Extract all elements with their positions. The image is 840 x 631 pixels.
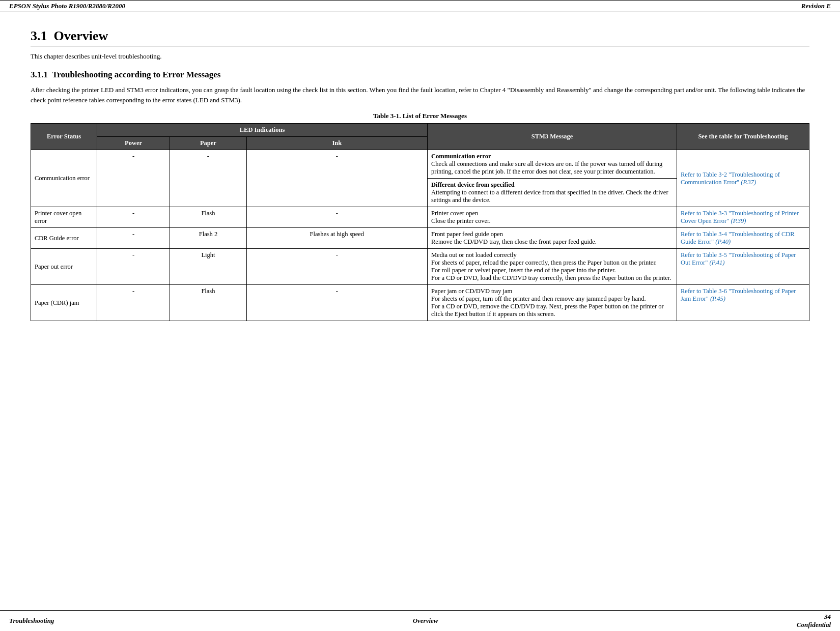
led-ink-cell: Flashes at high speed xyxy=(246,228,427,249)
header-left: EPSON Stylus Photo R1900/R2880/R2000 xyxy=(9,2,125,10)
footer-left: Troubleshooting xyxy=(9,617,54,625)
error-status-cell: CDR Guide error xyxy=(31,228,97,249)
troubleshoot-link[interactable]: Refer to Table 3-5 "Troubleshooting of P… xyxy=(681,251,796,266)
footer-center: Overview xyxy=(413,617,438,625)
troubleshoot-link[interactable]: Refer to Table 3-6 "Troubleshooting of P… xyxy=(681,288,796,302)
footer-page: 34 xyxy=(824,613,831,620)
troubleshoot-cell: Refer to Table 3-6 "Troubleshooting of P… xyxy=(677,285,809,321)
troubleshoot-link[interactable]: Refer to Table 3-2 "Troubleshooting of C… xyxy=(681,171,780,186)
led-paper-cell: Light xyxy=(170,249,246,285)
th-led-indications: LED Indications xyxy=(97,124,428,137)
th-power: Power xyxy=(97,137,170,150)
error-table: Error Status LED Indications STM3 Messag… xyxy=(31,123,809,321)
error-status-cell: Communication error xyxy=(31,150,97,207)
stm3-cell: Paper jam or CD/DVD tray jam For sheets … xyxy=(428,285,677,321)
troubleshoot-cell: Refer to Table 3-4 "Troubleshooting of C… xyxy=(677,228,809,249)
stm3-cell: Communication error Check all connection… xyxy=(428,150,677,179)
table-row: Printer cover open error - Flash - Print… xyxy=(31,207,809,228)
th-paper: Paper xyxy=(170,137,246,150)
led-paper-cell: Flash xyxy=(170,207,246,228)
led-ink-cell: - xyxy=(246,207,427,228)
stm3-cell: Media out or not loaded correctly For sh… xyxy=(428,249,677,285)
led-paper-cell: Flash xyxy=(170,285,246,321)
troubleshoot-link[interactable]: Refer to Table 3-4 "Troubleshooting of C… xyxy=(681,231,795,245)
footer-confidential: Confidential xyxy=(797,621,831,629)
section-desc: This chapter describes unit-level troubl… xyxy=(31,52,809,61)
led-paper-cell: Flash 2 xyxy=(170,228,246,249)
table-row: CDR Guide error - Flash 2 Flashes at hig… xyxy=(31,228,809,249)
stm3-cell: Front paper feed guide open Remove the C… xyxy=(428,228,677,249)
error-status-cell: Paper (CDR) jam xyxy=(31,285,97,321)
troubleshoot-cell: Refer to Table 3-3 "Troubleshooting of P… xyxy=(677,207,809,228)
led-power-cell: - xyxy=(97,207,170,228)
subsection-title: 3.1.1 Troubleshooting according to Error… xyxy=(31,70,809,80)
header-right: Revision E xyxy=(801,2,831,10)
section-title: 3.1 Overview xyxy=(31,28,809,44)
th-ink: Ink xyxy=(246,137,427,150)
footer-right: 34 Confidential xyxy=(797,613,831,629)
led-paper-cell: - xyxy=(170,150,246,207)
th-see-table: See the table for Troubleshooting xyxy=(677,124,809,150)
table-row: Communication error - - - Communication … xyxy=(31,150,809,179)
stm3-cell: Printer cover open Close the printer cov… xyxy=(428,207,677,228)
table-row: Paper (CDR) jam - Flash - Paper jam or C… xyxy=(31,285,809,321)
stm3-cell: Different device from specified Attempti… xyxy=(428,179,677,207)
table-row: Paper out error - Light - Media out or n… xyxy=(31,249,809,285)
error-status-cell: Paper out error xyxy=(31,249,97,285)
led-power-cell: - xyxy=(97,285,170,321)
led-ink-cell: - xyxy=(246,285,427,321)
error-status-cell: Printer cover open error xyxy=(31,207,97,228)
th-stm3: STM3 Message xyxy=(428,124,677,150)
th-error-status: Error Status xyxy=(31,124,97,150)
intro-para: After checking the printer LED and STM3 … xyxy=(31,85,809,105)
led-power-cell: - xyxy=(97,249,170,285)
header-bar: EPSON Stylus Photo R1900/R2880/R2000 Rev… xyxy=(0,0,840,12)
led-power-cell: - xyxy=(97,150,170,207)
led-power-cell: - xyxy=(97,228,170,249)
led-ink-cell: - xyxy=(246,150,427,207)
troubleshoot-cell: Refer to Table 3-5 "Troubleshooting of P… xyxy=(677,249,809,285)
table-caption: Table 3-1. List of Error Messages xyxy=(31,112,809,120)
led-ink-cell: - xyxy=(246,249,427,285)
main-content: 3.1 Overview This chapter describes unit… xyxy=(0,12,840,362)
footer-bar: Troubleshooting Overview 34 Confidential xyxy=(0,610,840,631)
troubleshoot-cell: Refer to Table 3-2 "Troubleshooting of C… xyxy=(677,150,809,207)
section-divider xyxy=(31,46,809,46)
troubleshoot-link[interactable]: Refer to Table 3-3 "Troubleshooting of P… xyxy=(681,210,799,224)
